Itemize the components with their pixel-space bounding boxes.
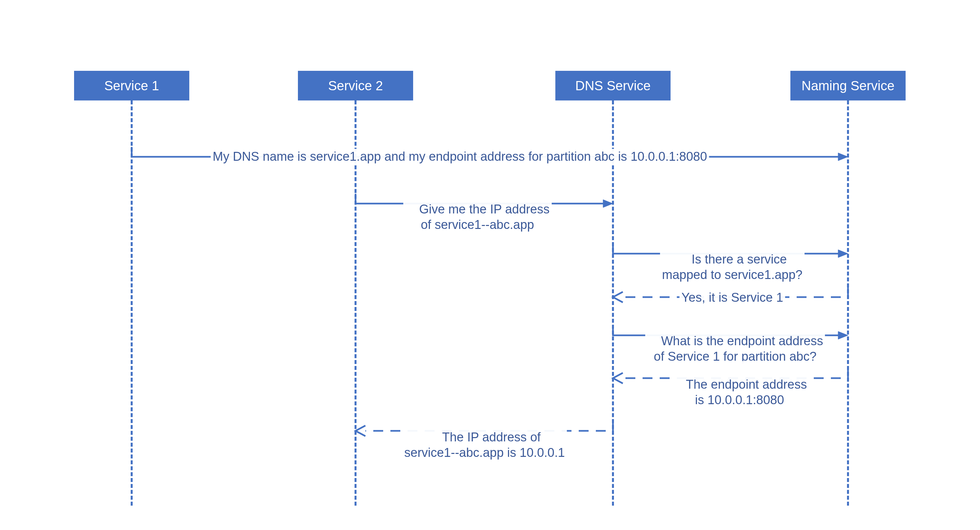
participant-label: DNS Service <box>576 78 651 93</box>
svg-marker-2 <box>838 250 848 258</box>
message-label: Yes, it is Service 1 <box>679 290 785 306</box>
message-label: The endpoint addressis 10.0.0.1:8080 <box>670 361 809 424</box>
participant-service1: Service 1 <box>74 71 189 101</box>
message-label: Give me the IP addressof service1--abc.a… <box>403 186 552 248</box>
participant-dns: DNS Service <box>555 71 671 101</box>
participant-service2: Service 2 <box>298 71 413 101</box>
svg-marker-1 <box>603 200 613 208</box>
participant-label: Naming Service <box>802 78 894 93</box>
svg-marker-3 <box>838 331 848 339</box>
participant-label: Service 1 <box>104 78 159 93</box>
message-label: The IP address ofservice1--abc.app is 10… <box>402 414 567 476</box>
participant-label: Service 2 <box>328 78 383 93</box>
participant-naming: Naming Service <box>791 71 905 101</box>
message-label: My DNS name is service1.app and my endpo… <box>211 149 709 165</box>
svg-marker-0 <box>838 153 848 161</box>
sequence-diagram: Service 1 Service 2 DNS Service Naming S… <box>0 0 980 530</box>
